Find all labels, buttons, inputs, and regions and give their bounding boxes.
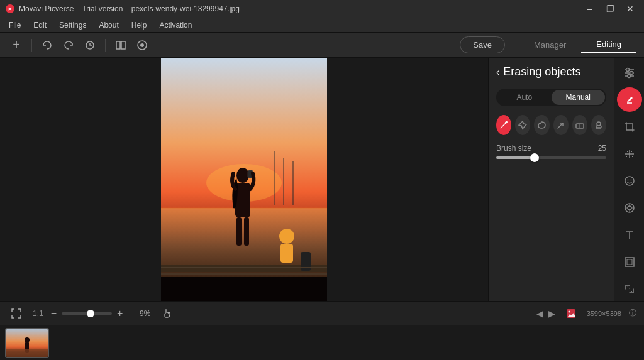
svg-rect-20 xyxy=(244,217,249,246)
pin-tool-button[interactable] xyxy=(515,115,530,135)
photo-canvas xyxy=(161,58,327,301)
svg-rect-29 xyxy=(576,124,584,128)
svg-point-37 xyxy=(626,68,629,71)
toolbar-separator xyxy=(31,39,32,52)
tab-manual[interactable]: Manual xyxy=(552,90,606,105)
panel-title: Erasing objects xyxy=(503,65,580,79)
menu-about[interactable]: About xyxy=(92,19,125,31)
brush-size-row: Brush size 25 xyxy=(496,144,606,153)
zoom-out-button[interactable]: − xyxy=(51,308,57,319)
filmstrip-thumbnail[interactable] xyxy=(5,328,49,358)
menu-bar: File Edit Settings About Help Activation xyxy=(0,18,644,33)
panel-header: ‹ Erasing objects xyxy=(496,65,606,79)
stamp-tool-button[interactable] xyxy=(591,115,606,135)
main-content: ‹ Erasing objects Auto Manual xyxy=(0,58,644,301)
brush-size-value: 25 xyxy=(598,144,606,153)
brush-size-label: Brush size xyxy=(496,144,531,153)
info-button[interactable]: ⓘ xyxy=(629,308,636,319)
svg-line-59 xyxy=(626,285,633,293)
nav-prev-button[interactable]: ◀ xyxy=(536,308,543,319)
tab-auto[interactable]: Auto xyxy=(497,90,552,105)
preview-button[interactable] xyxy=(133,36,151,54)
svg-point-50 xyxy=(628,206,631,210)
brush-slider-thumb xyxy=(530,153,539,162)
right-sidebar xyxy=(614,58,644,301)
filmstrip xyxy=(0,325,644,360)
adjustments-icon-button[interactable] xyxy=(617,60,642,85)
canvas-area[interactable] xyxy=(0,58,488,301)
face-icon-button[interactable] xyxy=(617,168,642,193)
menu-help[interactable]: Help xyxy=(125,19,153,31)
right-panel: ‹ Erasing objects Auto Manual xyxy=(488,58,614,301)
svg-point-38 xyxy=(630,71,633,74)
svg-rect-3 xyxy=(116,41,120,49)
save-button[interactable]: Save xyxy=(460,36,505,53)
bottom-bar: 1:1 − + 9% ◀ ▶ 3599×5398 ⓘ xyxy=(0,301,644,325)
svg-point-28 xyxy=(540,123,541,124)
history-button[interactable] xyxy=(81,36,99,54)
svg-point-61 xyxy=(568,310,570,312)
svg-rect-22 xyxy=(280,244,293,263)
lens-icon-button[interactable] xyxy=(617,195,642,220)
svg-point-31 xyxy=(597,122,601,126)
svg-rect-26 xyxy=(161,277,327,302)
svg-point-39 xyxy=(627,74,630,77)
svg-point-7 xyxy=(140,43,144,47)
transform-icon-button[interactable] xyxy=(617,276,642,301)
menu-settings[interactable]: Settings xyxy=(53,19,92,31)
svg-rect-57 xyxy=(625,258,634,266)
menu-edit[interactable]: Edit xyxy=(27,19,53,31)
app-icon: P xyxy=(5,4,15,14)
svg-rect-32 xyxy=(596,126,601,128)
svg-point-21 xyxy=(279,229,294,244)
mode-tabs: Auto Manual xyxy=(496,89,606,106)
svg-point-47 xyxy=(627,179,628,180)
window-title: Movavi Picverse – Trial version – pexels… xyxy=(19,4,581,13)
redo-button[interactable] xyxy=(60,36,77,54)
frame-icon-button[interactable] xyxy=(617,249,642,274)
image-dimensions: 3599×5398 xyxy=(587,310,621,317)
title-bar: P Movavi Picverse – Trial version – pexe… xyxy=(0,0,644,18)
maximize-button[interactable]: ❐ xyxy=(601,3,619,15)
svg-rect-4 xyxy=(121,41,125,49)
menu-file[interactable]: File xyxy=(3,19,27,31)
window-controls: – ❐ ✕ xyxy=(581,3,639,15)
menu-activation[interactable]: Activation xyxy=(153,19,198,31)
brush-size-slider[interactable] xyxy=(496,156,606,159)
svg-point-64 xyxy=(25,337,30,342)
svg-rect-19 xyxy=(236,217,242,246)
add-button[interactable]: + xyxy=(8,36,25,54)
hand-tool-button[interactable] xyxy=(158,305,175,322)
toolbar-separator-2 xyxy=(105,39,106,52)
retouch-icon-button[interactable] xyxy=(617,141,642,166)
back-chevron-icon[interactable]: ‹ xyxy=(496,67,499,78)
minimize-button[interactable]: – xyxy=(581,3,599,15)
svg-point-17 xyxy=(236,168,249,183)
compare-button[interactable] xyxy=(112,36,130,54)
arrow-tool-button[interactable] xyxy=(553,115,569,135)
svg-rect-58 xyxy=(627,259,632,265)
tab-editing[interactable]: Editing xyxy=(581,36,636,53)
crop-icon-button[interactable] xyxy=(617,114,642,139)
brush-tools xyxy=(496,115,606,135)
image-icon xyxy=(565,307,577,319)
brush-tool-button[interactable] xyxy=(496,115,511,135)
zoom-slider[interactable] xyxy=(62,312,112,315)
brush-slider-fill xyxy=(496,156,535,159)
fullscreen-button[interactable] xyxy=(8,305,25,322)
lasso-tool-button[interactable] xyxy=(534,115,549,135)
zoom-thumb xyxy=(87,310,94,317)
eraser-tool-button[interactable] xyxy=(572,115,587,135)
eraser-objects-icon-button[interactable] xyxy=(617,87,642,112)
nav-next-button[interactable]: ▶ xyxy=(548,308,555,319)
tab-manager[interactable]: Manager xyxy=(519,36,581,53)
view-tabs: Manager Editing xyxy=(519,36,636,53)
svg-point-46 xyxy=(625,177,634,185)
svg-point-48 xyxy=(630,179,631,180)
undo-button[interactable] xyxy=(38,36,56,54)
close-button[interactable]: ✕ xyxy=(621,3,639,15)
zoom-ratio: 1:1 xyxy=(33,309,43,318)
text-icon-button[interactable] xyxy=(617,222,642,247)
toolbar: + Save Manager Editing xyxy=(0,33,644,58)
zoom-in-button[interactable]: + xyxy=(117,308,123,319)
